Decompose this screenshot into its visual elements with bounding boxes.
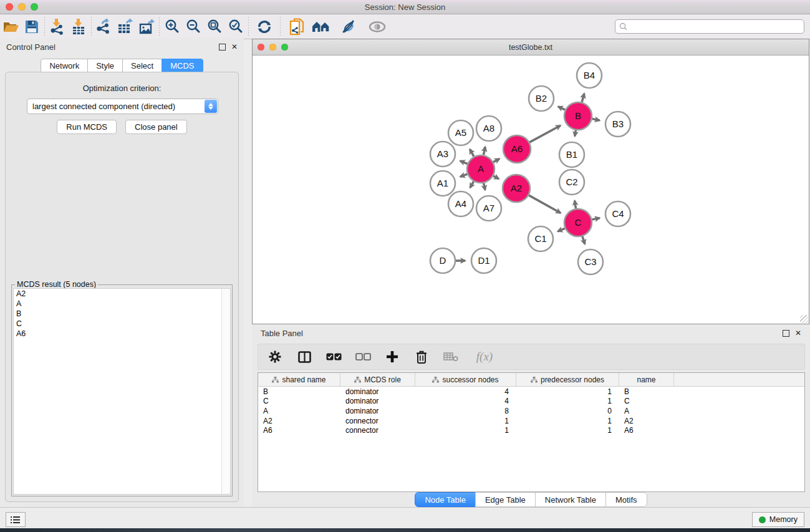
task-history-button[interactable] <box>6 512 26 527</box>
table-tabs-motifs[interactable]: Motifs <box>605 492 647 507</box>
graph-edge-C-C4[interactable] <box>592 218 599 220</box>
network-minimize-button[interactable] <box>269 44 276 51</box>
zoom-fit-button[interactable] <box>204 17 225 37</box>
table-cell[interactable]: C <box>258 397 340 405</box>
graph-node-A6[interactable]: A6 <box>503 135 531 163</box>
export-image-button[interactable] <box>136 17 157 37</box>
graph-edge-C-C3[interactable] <box>582 236 585 244</box>
graph-node-C2[interactable]: C2 <box>559 170 584 195</box>
graph-node-B[interactable]: B <box>564 102 592 130</box>
graph-node-B4[interactable]: B4 <box>577 63 602 88</box>
graph-node-C1[interactable]: C1 <box>528 226 553 251</box>
show-hide-button[interactable] <box>362 17 392 37</box>
graph-node-A7[interactable]: A7 <box>476 196 501 221</box>
table-tabs-network-table[interactable]: Network Table <box>535 492 606 507</box>
table-cell[interactable]: 1 <box>516 387 619 396</box>
table-row[interactable]: A2connector11A2 <box>258 416 804 426</box>
mcds-result-list[interactable]: A2ABCA6 <box>13 288 231 495</box>
network-canvas[interactable]: B4B2BB3A5A8A6B1A3AC2A1A2A4A7C4CC1DD1C3 <box>253 56 809 324</box>
list-item[interactable]: A2 <box>14 289 230 299</box>
close-window-button[interactable] <box>6 3 13 11</box>
graph-node-B1[interactable]: B1 <box>559 142 584 167</box>
new-network-from-file-button[interactable] <box>286 17 307 37</box>
export-table-button[interactable] <box>115 17 136 37</box>
zoom-in-button[interactable] <box>162 17 183 37</box>
table-cell[interactable]: dominator <box>340 397 415 405</box>
import-network-button[interactable] <box>47 17 68 37</box>
graph-edge-A-A4[interactable] <box>470 181 474 188</box>
table-cell[interactable]: B <box>619 387 674 396</box>
list-item[interactable]: C <box>14 319 230 329</box>
node-table[interactable]: shared nameMCDS rolesuccessor nodesprede… <box>258 372 805 492</box>
control-panel-tabs-mcds[interactable]: MCDS <box>162 59 203 73</box>
graph-node-D1[interactable]: D1 <box>471 248 496 273</box>
select-all-button[interactable] <box>325 349 342 365</box>
graph-node-D[interactable]: D <box>430 248 455 273</box>
network-zoom-button[interactable] <box>281 44 288 51</box>
table-cell[interactable]: dominator <box>340 387 415 396</box>
graph-edge-C-C2[interactable] <box>575 201 576 209</box>
graph-edge-A6-B[interactable] <box>529 125 561 142</box>
delete-table-button[interactable] <box>443 349 459 365</box>
table-cell[interactable]: connector <box>340 426 415 435</box>
export-network-button[interactable] <box>94 17 115 37</box>
criterion-dropdown[interactable]: largest connected component (directed) <box>27 99 218 114</box>
delete-column-button[interactable] <box>413 349 430 365</box>
table-row[interactable]: Cdominator41C <box>258 397 804 407</box>
deselect-all-button[interactable] <box>355 349 371 365</box>
table-tabs-edge-table[interactable]: Edge Table <box>475 492 536 507</box>
table-cell[interactable]: 1 <box>516 426 619 435</box>
graph-edge-C-C1[interactable] <box>558 228 565 231</box>
graph-node-A3[interactable]: A3 <box>430 142 455 167</box>
table-cell[interactable]: dominator <box>340 407 415 415</box>
result-scrollbar[interactable] <box>221 289 230 494</box>
list-item[interactable]: A <box>14 299 230 309</box>
column-header[interactable]: MCDS role <box>340 373 415 386</box>
table-cell[interactable]: C <box>619 397 674 405</box>
table-cell[interactable]: A2 <box>619 417 674 425</box>
control-panel-tabs-network[interactable]: Network <box>41 59 88 73</box>
graph-edge-A-A1[interactable] <box>460 174 467 177</box>
graph-node-C[interactable]: C <box>564 209 592 236</box>
resize-grip[interactable] <box>800 315 808 323</box>
column-settings-button[interactable] <box>267 349 283 365</box>
close-panel-button[interactable]: Close panel <box>125 120 187 134</box>
close-panel-icon[interactable]: ✕ <box>231 42 238 51</box>
graph-edge-A2-C[interactable] <box>529 195 561 213</box>
minimize-window-button[interactable] <box>18 3 26 11</box>
table-row[interactable]: Adominator80A <box>258 406 804 416</box>
table-cell[interactable]: B <box>258 387 340 396</box>
style-toggle-button[interactable] <box>335 17 362 37</box>
graph-edge-B-B1[interactable] <box>575 130 576 137</box>
control-panel-tabs-select[interactable]: Select <box>122 59 162 73</box>
table-cell[interactable]: 4 <box>415 397 516 405</box>
zoom-selected-button[interactable] <box>225 17 246 37</box>
refresh-view-button[interactable] <box>251 17 278 37</box>
graph-edge-B-B4[interactable] <box>582 94 584 102</box>
graph-node-A2[interactable]: A2 <box>503 175 530 202</box>
list-item[interactable]: B <box>14 309 230 319</box>
float-panel-icon[interactable] <box>219 44 226 51</box>
graph-node-A8[interactable]: A8 <box>476 116 501 141</box>
column-header[interactable]: successor nodes <box>415 373 516 386</box>
save-session-button[interactable] <box>21 17 42 37</box>
graph-edge-A-A8[interactable] <box>484 147 486 155</box>
column-header[interactable]: name <box>619 373 674 386</box>
column-header[interactable]: predecessor nodes <box>516 373 619 386</box>
graph-edge-B-B2[interactable] <box>558 107 565 110</box>
graph-node-B3[interactable]: B3 <box>605 112 630 137</box>
table-cell[interactable]: 4 <box>415 387 516 396</box>
graph-node-A1[interactable]: A1 <box>430 171 455 196</box>
graph-node-C3[interactable]: C3 <box>578 249 603 274</box>
graph-edge-A-A7[interactable] <box>484 183 485 190</box>
home-button[interactable] <box>307 17 335 37</box>
table-float-icon[interactable] <box>783 330 789 337</box>
table-cell[interactable]: 1 <box>415 426 516 435</box>
table-cell[interactable]: 0 <box>516 407 619 415</box>
memory-button[interactable]: Memory <box>752 512 804 527</box>
graph-edge-A-A5[interactable] <box>470 149 473 157</box>
open-session-button[interactable] <box>0 17 21 37</box>
split-view-button[interactable] <box>296 349 312 365</box>
table-cell[interactable]: connector <box>340 417 415 425</box>
graph-node-A5[interactable]: A5 <box>448 120 473 145</box>
